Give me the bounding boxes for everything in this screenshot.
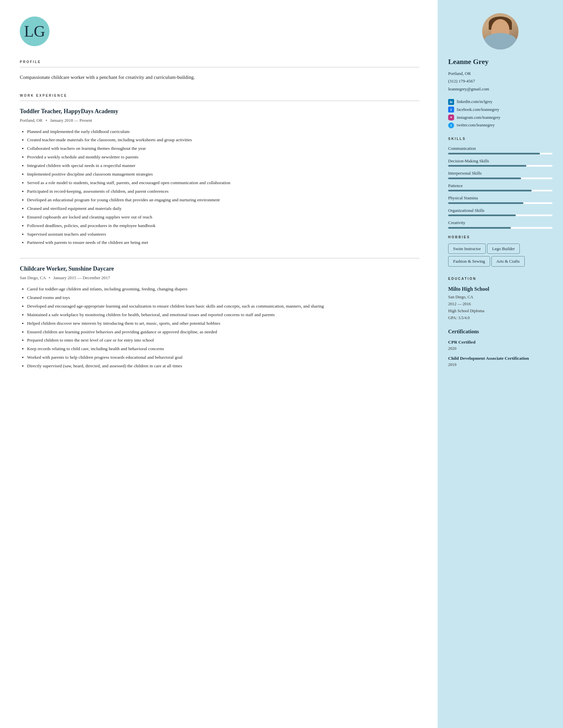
skill-bar-fill xyxy=(448,153,540,154)
school-gpa: GPA: 3.5/4.0 xyxy=(448,314,552,321)
list-item: Collaborated with teachers on learning t… xyxy=(27,145,419,152)
social-twitter: t twitter.com/leannegrey xyxy=(448,122,552,128)
school-name: Milto High School xyxy=(448,285,552,293)
skill-bar-fill xyxy=(448,215,516,216)
list-item: Maintained a safe workplace by monitorin… xyxy=(27,312,419,318)
person-name: Leanne Grey xyxy=(448,56,552,67)
job-2-bullets: Cared for toddler-age children and infan… xyxy=(20,286,419,370)
skill-item: Decision-Making Skills xyxy=(448,158,552,167)
skill-item: Interpersonal Skills xyxy=(448,170,552,179)
list-item: Developed and encouraged age-appropriate… xyxy=(27,303,419,310)
facebook-icon: f xyxy=(448,107,454,113)
list-item: Developed an educational program for you… xyxy=(27,197,419,204)
skill-name: Creativity xyxy=(448,219,552,226)
hobby-tag: Swim Instructor xyxy=(448,244,486,254)
list-item: Followed deadlines, policies, and proced… xyxy=(27,222,419,229)
job-1-period: January 2018 — Present xyxy=(50,118,92,123)
monogram-box: LG xyxy=(20,17,50,46)
skill-bar-fill xyxy=(448,202,523,204)
monogram: LG xyxy=(24,23,45,39)
skill-name: Decision-Making Skills xyxy=(448,158,552,164)
skill-item: Patience xyxy=(448,182,552,192)
skill-name: Physical Stamina xyxy=(448,195,552,201)
skill-bar-bg xyxy=(448,153,552,154)
email: leannegrey@gmail.com xyxy=(448,85,552,93)
skill-name: Organizational Skills xyxy=(448,207,552,214)
job-2-period: January 2015 — December 2017 xyxy=(53,275,110,280)
school-degree: High School Diploma xyxy=(448,308,552,314)
job-divider xyxy=(20,258,419,258)
certification-item: Child Development Associate Certificatio… xyxy=(448,355,552,368)
list-item: Prepared children to enter the next leve… xyxy=(27,337,419,344)
city: Portland, OR xyxy=(448,70,552,77)
left-column: LG PROFILE Compassionate childcare worke… xyxy=(0,0,438,728)
job-1-meta: Portland, OR • January 2018 — Present xyxy=(20,117,419,124)
list-item: Participated in record-keeping, assessme… xyxy=(27,188,419,195)
profile-divider xyxy=(20,67,419,67)
certifications-title: Certifications xyxy=(448,328,552,336)
skill-bar-bg xyxy=(448,190,552,191)
phone: (312) 179-4567 xyxy=(448,77,552,85)
skill-item: Communication xyxy=(448,145,552,154)
avatar-container xyxy=(448,13,552,50)
hobbies-section: Swim InstructorLego BuilderFashion & Sew… xyxy=(448,244,552,269)
list-item: Implemented positive discipline and clas… xyxy=(27,171,419,178)
job-1-bullets: Planned and implemented the early childh… xyxy=(20,128,419,247)
skill-bar-fill xyxy=(448,165,526,167)
instagram-icon: ● xyxy=(448,115,454,120)
skill-bar-bg xyxy=(448,178,552,179)
skills-section: Communication Decision-Making Skills Int… xyxy=(448,145,552,229)
contact-info: Portland, OR (312) 179-4567 leannegrey@g… xyxy=(448,70,552,93)
linkedin-text: linkedin.com/in/lgrey xyxy=(457,99,492,105)
list-item: Cleaned rooms and toys xyxy=(27,294,419,301)
list-item: Ensured cupboards are locked and cleanin… xyxy=(27,214,419,221)
list-item: Cleaned and sterilized equipment and mat… xyxy=(27,205,419,212)
hobbies-label: HOBBIES xyxy=(448,235,552,240)
skill-bar-fill xyxy=(448,190,532,191)
list-item: Partnered with parents to ensure needs o… xyxy=(27,239,419,246)
profile-label: PROFILE xyxy=(20,59,419,64)
skills-label: SKILLS xyxy=(448,136,552,141)
list-item: Worked with parents to help children pro… xyxy=(27,354,419,361)
list-item: Integrated children with special needs i… xyxy=(27,162,419,169)
job-2-title: Childcare Worker, Sunshine Daycare xyxy=(20,264,419,273)
hobby-tag: Fashion & Sewing xyxy=(448,256,490,267)
job-1-title: Toddler Teacher, HappyDays Academy xyxy=(20,107,419,116)
social-facebook: f facebook.com/leannegrey xyxy=(448,107,552,113)
list-item: Supervised assistant teachers and volunt… xyxy=(27,231,419,238)
skill-bar-bg xyxy=(448,202,552,204)
twitter-text: twitter.com/leannegrey xyxy=(457,122,495,128)
list-item: Planned and implemented the early childh… xyxy=(27,128,419,135)
right-column: Leanne Grey Portland, OR (312) 179-4567 … xyxy=(438,0,563,728)
social-links: in linkedin.com/in/lgrey f facebook.com/… xyxy=(448,99,552,128)
skill-bar-bg xyxy=(448,215,552,216)
cert-name: CPR Certified xyxy=(448,339,552,346)
job-2-location: San Diego, CA xyxy=(20,275,46,280)
job-1-sep: • xyxy=(46,118,47,123)
cert-year: 2019 xyxy=(448,362,552,368)
list-item: Ensured children are learning positive b… xyxy=(27,329,419,336)
twitter-icon: t xyxy=(448,122,454,128)
skill-bar-fill xyxy=(448,178,521,179)
work-divider xyxy=(20,101,419,101)
list-item: Helped children discover new interests b… xyxy=(27,320,419,327)
skill-bar-bg xyxy=(448,165,552,167)
work-label: WORK EXPERIENCE xyxy=(20,93,419,98)
job-1: Toddler Teacher, HappyDays Academy Portl… xyxy=(20,107,419,246)
certification-item: CPR Certified 2020 xyxy=(448,339,552,352)
skill-name: Interpersonal Skills xyxy=(448,170,552,177)
cert-name: Child Development Associate Certificatio… xyxy=(448,355,552,362)
job-2-meta: San Diego, CA • January 2015 — December … xyxy=(20,275,419,281)
job-2: Childcare Worker, Sunshine Daycare San D… xyxy=(20,264,419,370)
list-item: Created teacher-made materials for the c… xyxy=(27,137,419,144)
avatar-body xyxy=(484,33,517,50)
skill-name: Communication xyxy=(448,145,552,152)
skill-item: Organizational Skills xyxy=(448,207,552,216)
school-meta: San Diego, CA 2012 — 2016 High School Di… xyxy=(448,294,552,322)
instagram-text: instagram.com/leannegrey xyxy=(457,115,500,121)
linkedin-icon: in xyxy=(448,99,454,105)
skill-item: Creativity xyxy=(448,219,552,229)
job-2-sep: • xyxy=(49,275,50,280)
hobby-tag: Lego Builder xyxy=(487,244,520,254)
social-instagram: ● instagram.com/leannegrey xyxy=(448,115,552,121)
